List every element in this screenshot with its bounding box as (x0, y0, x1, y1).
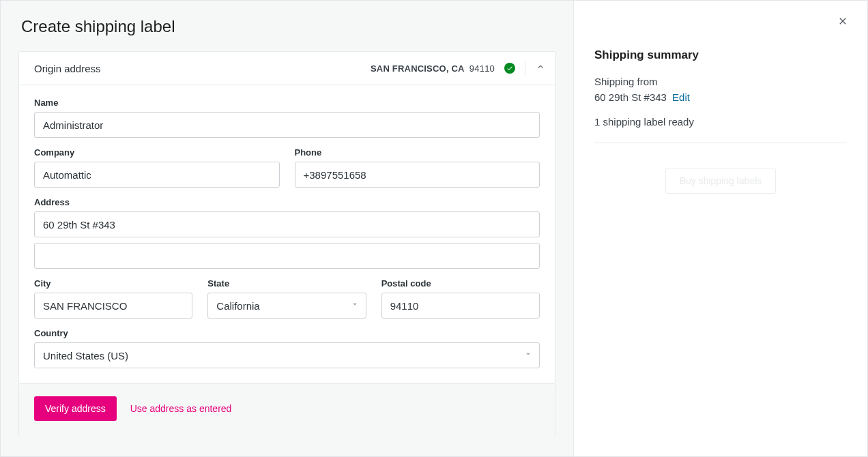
name-label: Name (34, 98, 540, 108)
address-field-wrap: Address (34, 197, 540, 269)
postal-label: Postal code (381, 278, 540, 289)
buy-row: Buy shipping labels (594, 168, 847, 194)
page-title: Create shipping label (1, 1, 573, 51)
city-field-wrap: City (34, 278, 192, 319)
main-panel: Create shipping label Origin address SAN… (1, 1, 574, 456)
origin-card-header: Origin address SAN FRANCISCO, CA 94110 (19, 52, 555, 85)
name-input[interactable] (34, 112, 540, 138)
origin-summary-text: SAN FRANCISCO, CA 94110 (371, 63, 495, 74)
verified-icon (504, 63, 515, 74)
company-label: Company (34, 147, 280, 158)
origin-address-card: Origin address SAN FRANCISCO, CA 94110 N… (18, 51, 555, 384)
origin-summary-zip: 94110 (469, 63, 495, 74)
country-select[interactable]: United States (US) (34, 342, 540, 368)
edit-origin-link[interactable]: Edit (672, 91, 690, 103)
summary-title: Shipping summary (594, 48, 847, 62)
buy-labels-button[interactable]: Buy shipping labels (665, 168, 777, 194)
origin-form: Name Company Phone Ad (19, 85, 555, 383)
origin-actions: Verify address Use address as entered (18, 384, 555, 436)
city-label: City (34, 278, 192, 289)
phone-field-wrap: Phone (295, 147, 540, 188)
postal-field-wrap: Postal code (381, 278, 540, 319)
address-label: Address (34, 197, 540, 207)
verify-address-button[interactable]: Verify address (34, 396, 117, 421)
name-field-wrap: Name (34, 98, 540, 138)
summary-panel: Shipping summary Shipping from 60 29th S… (574, 1, 867, 456)
close-icon (837, 16, 848, 29)
use-as-entered-link[interactable]: Use address as entered (130, 403, 232, 414)
origin-summary-city: SAN FRANCISCO, CA (371, 63, 464, 74)
company-field-wrap: Company (34, 147, 280, 188)
chevron-up-icon (535, 61, 546, 75)
address2-input[interactable] (34, 243, 540, 269)
shipping-from-address: 60 29th St #343 (594, 91, 667, 103)
summary-status: 1 shipping label ready (594, 116, 847, 143)
address1-input[interactable] (34, 211, 540, 237)
phone-input[interactable] (295, 162, 540, 188)
modal-layout: Create shipping label Origin address SAN… (1, 1, 867, 456)
origin-section-title: Origin address (34, 63, 371, 74)
state-label: State (207, 278, 366, 289)
collapse-toggle[interactable] (525, 61, 555, 75)
state-select[interactable]: California (207, 293, 366, 319)
country-label: Country (34, 328, 540, 338)
close-button[interactable] (835, 14, 851, 31)
company-input[interactable] (34, 162, 280, 188)
city-input[interactable] (34, 293, 192, 319)
shipping-from-label: Shipping from (594, 74, 847, 90)
state-field-wrap: State California (207, 278, 366, 319)
postal-input[interactable] (381, 293, 540, 319)
phone-label: Phone (295, 147, 540, 158)
shipping-from-block: Shipping from 60 29th St #343 Edit (594, 74, 847, 105)
country-field-wrap: Country United States (US) (34, 328, 540, 368)
